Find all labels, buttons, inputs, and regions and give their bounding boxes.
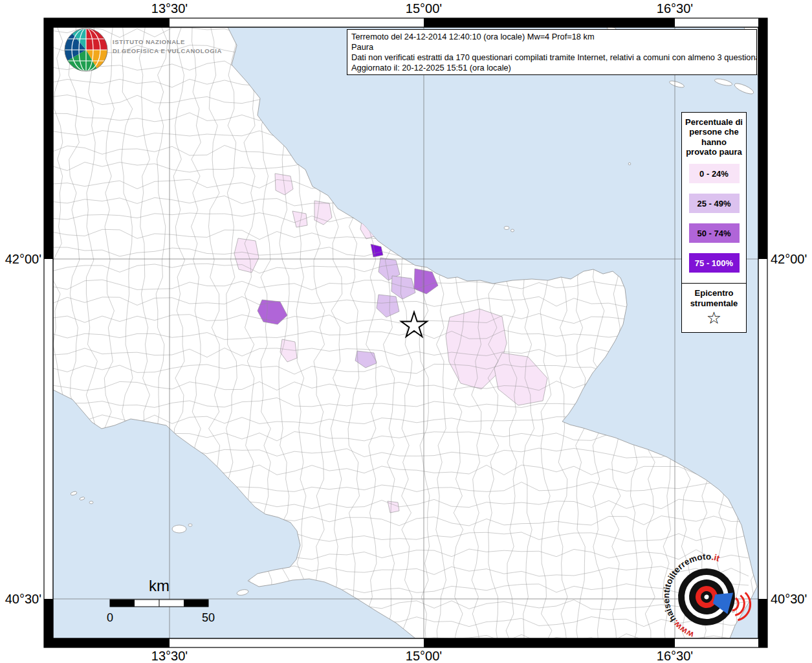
legend-swatch-0-24: 0 - 24% <box>689 164 740 183</box>
scalebar-end-label: 50 <box>202 611 215 625</box>
legend-swatch-25-49: 25 - 49% <box>689 194 740 213</box>
earthquake-info-box: Terremoto del 24-12-2014 12:40:10 (ora l… <box>347 29 757 75</box>
lon-label-top-2: 16°30' <box>657 1 693 16</box>
info-metric-line: Paura <box>351 42 752 52</box>
legend-label-50-74: 50 - 74% <box>697 229 730 238</box>
legend-label-0-24: 0 - 24% <box>699 169 729 179</box>
info-event-line: Terremoto del 24-12-2014 12:40:10 (ora l… <box>351 32 752 42</box>
scale-bar <box>110 600 208 607</box>
lon-label-top-0: 13°30' <box>151 1 188 16</box>
lon-label-bottom-1: 15°00' <box>406 649 442 663</box>
legend-swatch-75-100: 75 - 100% <box>689 253 740 273</box>
info-disclaimer-line: Dati non verificati estratti da 170 ques… <box>351 52 752 63</box>
macroseismic-map-page: www.haisentitoilterremoto.it 13°30' 15°0… <box>0 0 812 663</box>
institute-name-line1: ISTITUTO NAZIONALE <box>113 38 222 47</box>
legend-label-25-49: 25 - 49% <box>697 199 730 208</box>
legend-divider <box>682 283 746 284</box>
scalebar-unit-label: km <box>149 577 170 595</box>
institute-name-line2: DI GEOFISICA E VULCANOLOGIA <box>113 47 222 56</box>
legend-title: Percentuale di persone che hanno provato… <box>682 113 746 164</box>
legend-label-75-100: 75 - 100% <box>695 258 733 268</box>
lat-label-left-0: 42°00' <box>3 252 41 267</box>
legend: Percentuale di persone che hanno provato… <box>681 112 747 333</box>
ingv-logo <box>65 28 107 71</box>
procida-island <box>188 524 192 526</box>
lon-label-top-1: 15°00' <box>406 1 442 16</box>
epicenter-star-icon: ☆ <box>682 309 746 328</box>
lon-label-bottom-0: 13°30' <box>151 649 188 663</box>
tremiti-island <box>504 227 509 230</box>
ischia-island <box>172 525 186 533</box>
lat-label-right-1: 40°30' <box>771 592 807 607</box>
map-content <box>52 26 762 647</box>
institute-name: ISTITUTO NAZIONALE DI GEOFISICA E VULCAN… <box>113 38 222 56</box>
island <box>89 501 93 504</box>
legend-swatch-50-74: 50 - 74% <box>689 223 740 243</box>
island <box>628 163 631 165</box>
scalebar-start-label: 0 <box>107 611 113 625</box>
tremiti-island <box>511 229 514 232</box>
lat-label-left-1: 40°30' <box>3 592 41 607</box>
epicenter-legend-label: Epicentro strumentale <box>682 288 746 308</box>
lat-label-right-0: 42°00' <box>771 252 807 267</box>
info-updated-line: Aggiornato il: 20-12-2025 15:51 (ora loc… <box>351 63 752 73</box>
lon-label-bottom-2: 16°30' <box>657 649 693 663</box>
